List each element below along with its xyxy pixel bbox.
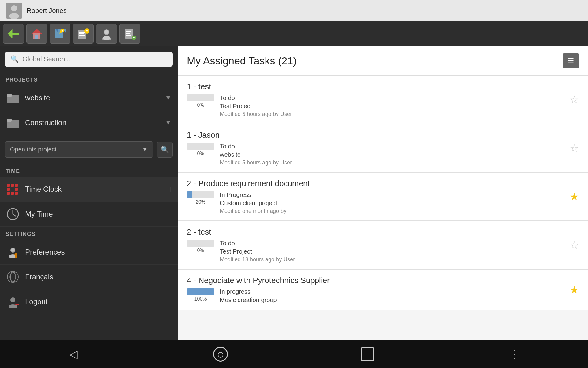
task-status: In Progress [220,191,286,198]
user-bar: Robert Jones [0,0,588,21]
task-main-5: 4 - Negociate with Pyrotechnics Supplier… [187,276,564,304]
open-project-select[interactable]: Open this project... ▼ [5,141,153,158]
task-list: 1 - test 0% To do Test Project Modified … [178,76,588,310]
sidebar-item-website[interactable]: website ▼ [0,86,178,110]
task-main-1: 1 - test 0% To do Test Project Modified … [187,82,564,117]
sidebar-item-francais[interactable]: Français [0,265,178,289]
task-star[interactable]: ☆ [570,239,579,251]
search-icon: 🔍 [10,55,19,63]
search-input[interactable] [22,55,167,63]
open-project-placeholder: Open this project... [10,146,62,153]
svg-rect-39 [15,188,18,191]
svg-point-48 [11,248,15,252]
svg-rect-41 [11,192,14,195]
task-modified: Modified one month ago by [220,208,286,214]
open-project-search-icon: 🔍 [161,146,169,154]
table-row[interactable]: 4 - Negociate with Pyrotechnics Supplier… [178,270,588,310]
bookmarks-button[interactable] [50,24,70,44]
table-row[interactable]: 1 - test 0% To do Test Project Modified … [178,76,588,124]
svg-marker-3 [8,29,12,38]
svg-rect-37 [15,184,18,187]
cursor-indicator: | [170,186,172,193]
nav-home-icon: ○ [213,347,228,362]
search-box[interactable]: 🔍 [5,52,173,67]
table-row[interactable]: 1 - Jason 0% To do website Modified 5 ho… [178,124,588,173]
task-title: 2 - test [187,227,564,237]
task-title: 1 - test [187,82,564,91]
sidebar-item-website-label: website [25,94,159,102]
search-container: 🔍 [0,46,178,72]
bottom-navigation: ◁ ○ ⋮ [0,340,588,368]
settings-section-header: SETTINGS [0,227,178,240]
svg-marker-58 [18,303,19,306]
contacts-button[interactable] [96,24,117,44]
svg-rect-40 [7,192,10,195]
sidebar-item-logout-label: Logout [25,297,172,306]
task-star[interactable]: ☆ [570,142,579,154]
task-star[interactable]: ☆ [570,94,579,106]
sidebar-item-construction[interactable]: Construction ▼ [0,110,178,135]
svg-rect-38 [7,188,10,191]
nav-home-button[interactable]: ○ [208,342,233,366]
sidebar-item-preferences[interactable]: Preferences [0,240,178,265]
open-project-search-button[interactable]: 🔍 [157,142,173,158]
task-status: To do [220,240,295,247]
task-project: Music creation group [220,297,277,304]
progress-bar-container: 0% [187,143,214,156]
nav-back-button[interactable]: ◁ [61,342,86,366]
progress-bar-outer [187,143,214,150]
website-dropdown-arrow[interactable]: ▼ [165,94,172,102]
svg-rect-7 [35,35,38,39]
open-project-arrow: ▼ [142,146,148,153]
content-header: My Assigned Tasks (21) ☰ [178,46,588,76]
progress-bar-outer [187,240,214,247]
task-detail-row: 0% To do Test Project Modified 13 hours … [187,240,564,263]
task-status: To do [220,143,292,150]
content-area: My Assigned Tasks (21) ☰ 1 - test 0% [178,46,588,340]
user-name: Robert Jones [27,7,67,15]
sidebar-item-time-clock-label: Time Clock [25,185,163,194]
progress-label: 0% [197,248,204,253]
task-detail-row: 0% To do Test Project Modified 5 hours a… [187,94,564,117]
progress-bar-outer [187,288,214,295]
table-row[interactable]: 2 - test 0% To do Test Project Modified … [178,221,588,270]
home-button[interactable] [26,24,47,44]
sidebar-item-my-time-label: My Time [25,210,172,218]
task-title: 4 - Negociate with Pyrotechnics Supplier [187,276,564,285]
starred-tasks-button[interactable] [73,24,94,44]
my-time-icon [6,207,20,221]
folder-icon-construction [6,116,20,129]
new-task-button[interactable] [119,24,140,44]
open-project-row: Open this project... ▼ 🔍 [0,135,178,164]
construction-dropdown-arrow[interactable]: ▼ [165,119,172,127]
task-project: Custom client project [220,200,286,207]
sidebar-item-time-clock[interactable]: Time Clock | [0,177,178,202]
progress-label: 100% [194,296,207,302]
task-meta: To do website Modified 5 hours ago by Us… [220,143,292,166]
nav-recents-button[interactable] [355,342,380,366]
back-button[interactable] [3,24,24,44]
nav-more-button[interactable]: ⋮ [502,342,527,366]
sidebar-item-my-time[interactable]: My Time [0,202,178,227]
task-star[interactable]: ★ [570,284,579,296]
task-star[interactable]: ★ [570,190,579,203]
svg-point-23 [103,36,110,40]
list-view-icon: ☰ [567,56,574,65]
svg-rect-25 [126,31,131,32]
task-meta: In Progress Custom client project Modifi… [220,191,286,214]
task-main-3: 2 - Produce requirement document 20% In … [187,179,564,214]
sidebar-item-logout[interactable]: Logout [0,289,178,314]
progress-bar-container: 100% [187,288,214,302]
preferences-icon [6,245,20,259]
logout-icon [6,295,20,309]
progress-bar-outer [187,191,214,198]
progress-bar-inner [187,288,214,295]
table-row[interactable]: 2 - Produce requirement document 20% In … [178,173,588,221]
progress-label: 0% [197,151,204,156]
toolbar [0,21,588,46]
sidebar-item-francais-label: Français [25,273,172,281]
task-status: To do [220,94,292,102]
list-view-button[interactable]: ☰ [563,53,579,68]
svg-rect-30 [134,37,134,39]
progress-bar-outer [187,94,214,101]
